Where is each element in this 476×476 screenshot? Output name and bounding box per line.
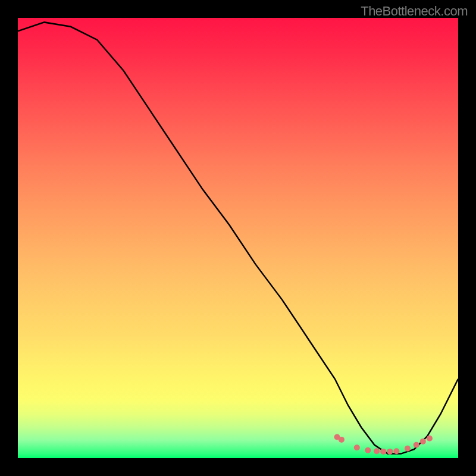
curve-markers-group (334, 434, 433, 455)
chart-plot-area (18, 18, 458, 458)
chart-svg (18, 18, 458, 458)
curve-marker (414, 442, 419, 448)
curve-marker (427, 436, 433, 441)
curve-marker (339, 437, 345, 443)
curve-marker (393, 448, 399, 454)
curve-marker (354, 444, 360, 450)
attribution-label: TheBottleneck.com (361, 4, 468, 19)
curve-marker (420, 439, 426, 444)
curve-marker (374, 448, 380, 454)
curve-marker (405, 446, 411, 452)
curve-marker (387, 449, 393, 455)
curve-marker (380, 449, 386, 455)
curve-marker (365, 447, 371, 453)
bottleneck-curve-line (18, 22, 458, 453)
